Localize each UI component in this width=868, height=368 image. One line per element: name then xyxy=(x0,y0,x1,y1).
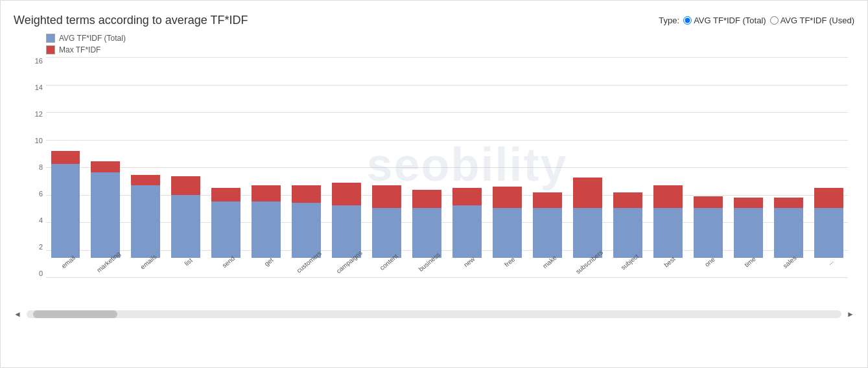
x-label-item: emails xyxy=(126,258,167,277)
bar-stack xyxy=(86,161,125,258)
x-label-item: new xyxy=(447,258,487,277)
bar-group xyxy=(648,185,687,258)
chart-container: Weighted terms according to average TF*I… xyxy=(0,0,868,368)
x-label-item: list xyxy=(167,258,207,277)
bar-segment-blue xyxy=(814,208,843,259)
x-label-item: best xyxy=(648,258,688,277)
type-used-radio[interactable] xyxy=(770,16,779,25)
y-axis-label: 10 xyxy=(17,137,43,144)
bar-segment-blue xyxy=(412,208,441,259)
x-label-item: ... xyxy=(808,258,848,277)
bar-segment-red xyxy=(372,185,401,208)
x-label-item: marketing xyxy=(86,258,126,277)
scrollbar-thumb[interactable] xyxy=(33,310,117,318)
bar-segment-red xyxy=(131,175,160,185)
bar-segment-blue xyxy=(613,208,642,259)
x-label-item: free xyxy=(487,258,527,277)
bar-group xyxy=(809,188,848,259)
x-label-item: get xyxy=(246,258,287,277)
bar-group xyxy=(408,190,447,258)
bar-segment-blue xyxy=(734,208,763,259)
bar-segment-blue xyxy=(51,164,80,258)
x-label-item: one xyxy=(688,258,728,277)
bar-segment-blue xyxy=(694,208,723,259)
bar-stack xyxy=(46,151,85,258)
scroll-right-arrow[interactable]: ► xyxy=(847,310,854,319)
bar-segment-red xyxy=(573,178,602,208)
bar-group xyxy=(287,185,326,258)
bar-segment-red xyxy=(613,192,642,207)
bar-group xyxy=(368,185,406,258)
legend-box-blue xyxy=(46,34,55,43)
bar-segment-red xyxy=(412,190,441,207)
y-axis-label: 6 xyxy=(17,190,43,198)
bar-stack xyxy=(809,188,848,259)
bar-stack xyxy=(327,183,366,258)
x-label-item: subject xyxy=(607,258,648,277)
bar-segment-blue xyxy=(91,172,120,258)
bar-stack xyxy=(568,178,607,258)
bar-stack xyxy=(528,192,567,258)
scrollbar-area: ◄ ► xyxy=(14,310,854,319)
bar-segment-red xyxy=(252,185,281,201)
bar-stack xyxy=(368,185,406,258)
scroll-left-arrow[interactable]: ◄ xyxy=(14,310,21,319)
x-label-item: subscribers xyxy=(567,258,607,277)
bar-segment-blue xyxy=(774,208,803,259)
legend: AVG TF*IDF (Total) Max TF*IDF xyxy=(46,34,854,54)
x-label-item: make xyxy=(527,258,567,277)
type-used-text: AVG TF*IDF (Used) xyxy=(780,16,854,25)
y-axis-label: 2 xyxy=(17,243,43,251)
bar-segment-red xyxy=(734,198,763,208)
bar-segment-red xyxy=(814,188,843,208)
bar-stack xyxy=(648,185,687,258)
x-label-item: email xyxy=(46,258,86,277)
bar-segment-red xyxy=(332,183,361,205)
bar-stack xyxy=(126,175,165,258)
type-used-label[interactable]: AVG TF*IDF (Used) xyxy=(770,16,854,25)
x-label-item: campaigns xyxy=(327,258,367,277)
x-label-text: free xyxy=(503,255,516,268)
type-total-radio[interactable] xyxy=(683,16,692,25)
bar-group xyxy=(167,176,205,258)
bar-group xyxy=(729,198,768,258)
bar-segment-red xyxy=(653,185,683,208)
y-axis-label: 4 xyxy=(17,216,43,224)
bar-group xyxy=(528,192,567,258)
x-label-item: business xyxy=(407,258,447,277)
y-axis-label: 12 xyxy=(17,110,43,118)
y-axis: 1614121086420 xyxy=(17,57,43,277)
bar-group xyxy=(769,198,808,258)
y-axis-label: 14 xyxy=(17,84,43,91)
bar-segment-blue xyxy=(452,205,482,258)
legend-label-max: Max TF*IDF xyxy=(59,45,100,54)
bar-segment-blue xyxy=(533,208,562,259)
legend-label-avg: AVG TF*IDF (Total) xyxy=(59,34,126,43)
bar-group xyxy=(688,196,727,258)
bar-stack xyxy=(287,185,326,258)
legend-item-max: Max TF*IDF xyxy=(46,45,854,54)
bar-group xyxy=(126,175,165,258)
bar-segment-blue xyxy=(211,201,240,258)
bar-segment-blue xyxy=(372,208,401,259)
x-label-text: new xyxy=(462,255,476,268)
bar-group xyxy=(207,188,246,259)
header-row: Weighted terms according to average TF*I… xyxy=(14,14,854,27)
bar-stack xyxy=(769,198,808,258)
bar-segment-blue xyxy=(131,185,160,258)
bar-segment-red xyxy=(533,192,562,207)
type-total-label[interactable]: AVG TF*IDF (Total) xyxy=(683,16,766,25)
y-axis-label: 8 xyxy=(17,163,43,171)
x-label-text: list xyxy=(183,257,194,267)
type-selector: Type: AVG TF*IDF (Total) AVG TF*IDF (Use… xyxy=(659,16,854,25)
y-axis-label: 0 xyxy=(17,270,43,277)
bars-wrapper xyxy=(46,57,848,258)
type-total-text: AVG TF*IDF (Total) xyxy=(694,16,766,25)
legend-box-red xyxy=(46,45,55,54)
bar-stack xyxy=(608,192,647,258)
grid-line xyxy=(46,277,848,278)
y-axis-label: 16 xyxy=(17,57,43,65)
bar-segment-red xyxy=(452,188,482,205)
legend-item-avg: AVG TF*IDF (Total) xyxy=(46,34,854,43)
bar-stack xyxy=(247,185,286,258)
